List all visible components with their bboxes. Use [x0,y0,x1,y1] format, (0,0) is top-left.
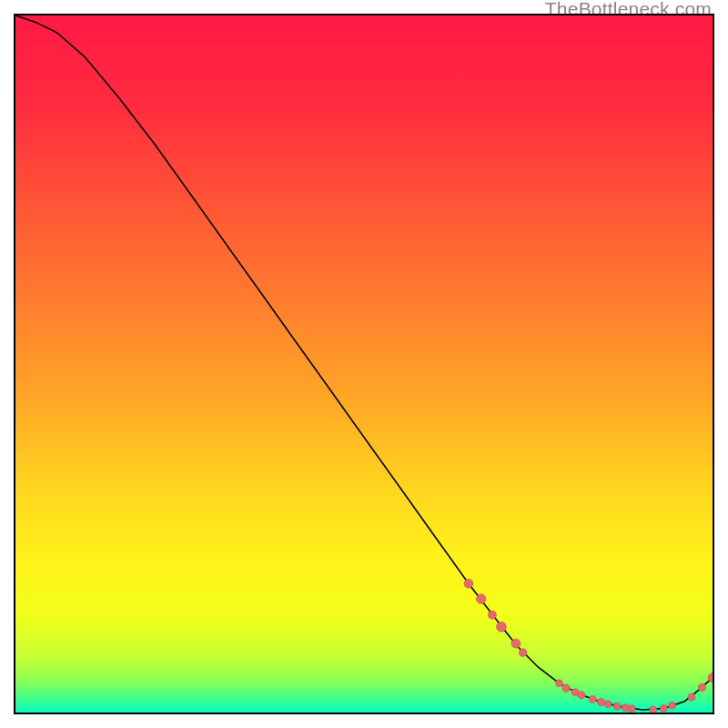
data-marker [669,702,676,709]
data-marker [511,639,521,648]
gradient-background [15,15,713,713]
data-marker [556,680,563,687]
data-marker [688,693,695,701]
data-marker [628,705,635,713]
data-marker [476,594,486,604]
data-marker [589,695,596,703]
data-marker [604,701,612,708]
chart-svg [15,15,713,713]
data-marker [650,706,657,713]
chart-stage: TheBottleneck.com [0,0,728,728]
data-marker [464,579,473,588]
data-marker [519,649,527,657]
data-marker [562,684,570,692]
data-marker [613,703,621,710]
data-marker [578,692,585,699]
plot-area [14,14,714,714]
data-marker [488,611,496,619]
data-marker [496,622,506,632]
data-marker [698,683,705,691]
data-marker [660,704,667,712]
data-marker [597,698,604,705]
